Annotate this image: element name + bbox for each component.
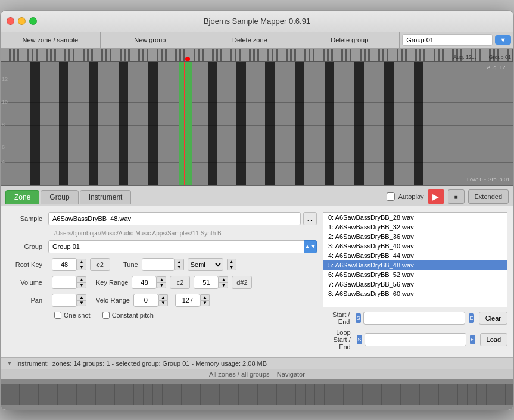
volume-up[interactable]: ▲ [77,276,86,282]
active-zone-bar [179,62,192,185]
end-icon[interactable]: E [469,313,474,323]
group-select-wrapper: ▲▼ [48,240,317,253]
key-range-lo-down[interactable]: ▼ [157,282,166,288]
clear-button[interactable]: Clear [479,312,507,325]
zone-bar-14 [414,62,423,185]
key-range-hi-input[interactable] [194,276,219,289]
zone-bar-9 [265,62,275,185]
velo-hi-spinner: ▲ ▼ [200,294,210,306]
group-name-input[interactable]: Group 01 [402,34,493,46]
tab-zone[interactable]: Zone [5,190,39,204]
velo-hi-up[interactable]: ▲ [200,294,210,300]
key-range-lo-input[interactable] [132,276,157,289]
zone-bar-8 [236,62,246,185]
tune-unit-down[interactable]: ▼ [227,265,236,270]
grid-area: 12 10 8 6 4 Low: 0 - Group 01 Aug. [1,62,513,185]
load-button[interactable]: Load [480,333,507,346]
playhead [184,62,185,185]
sample-list-item[interactable]: 7: A6SawBassDryBB_56.wav [323,279,507,289]
velo-lo-up[interactable]: ▲ [158,294,168,300]
loop-end-icon[interactable]: E [470,335,475,344]
tune-spinner: ▲ ▼ [175,259,184,270]
key-range-hi-note: d#2 [232,276,252,289]
play-button[interactable]: ▶ [428,189,444,204]
volume-input-group: ▲ ▼ [52,276,86,289]
new-zone-button[interactable]: New zone / sample [1,32,101,48]
sample-list-item[interactable]: 1: A6SawBassDryBB_32.wav [323,222,507,232]
key-range-lo-up[interactable]: ▲ [157,276,166,282]
sample-list-item[interactable]: 2: A6SawBassDryBB_36.wav [323,232,507,241]
new-group-button[interactable]: New group [101,32,201,48]
autoplay-label: Autoplay [398,193,424,200]
volume-keyrange-row: Volume ▲ ▼ Key Range ▲ ▼ c2 [7,276,317,289]
root-key-down[interactable]: ▼ [77,265,86,270]
velo-lo-input[interactable] [133,294,158,307]
pan-down[interactable]: ▼ [77,300,86,306]
window-title: Bjoerns Sample Mapper 0.6.91 [204,17,310,26]
volume-down[interactable]: ▼ [77,282,86,288]
navigator-content [1,384,513,405]
note-label-6: 6 [2,144,5,150]
velo-lo-down[interactable]: ▼ [158,300,168,306]
sample-list-item[interactable]: 6: A6SawBassDryBB_52.wav [323,270,507,279]
tab-group[interactable]: Group [41,190,78,204]
key-range-hi-down[interactable]: ▼ [219,282,228,288]
navigator-area[interactable] [1,379,513,410]
main-window: Bjoerns Sample Mapper 0.6.91 New zone / … [0,10,514,410]
left-panel: Sample ... /Users/bjornbojar/Music/Audio… [7,212,317,354]
sample-input[interactable] [48,212,301,225]
zone-bar-3 [89,62,98,185]
velo-hi-input[interactable] [175,294,200,307]
sample-label: Sample [7,215,48,222]
main-content: Sample ... /Users/bjornbojar/Music/Audio… [1,206,513,357]
maximize-button[interactable] [29,17,37,25]
close-button[interactable] [7,17,14,25]
tune-down[interactable]: ▼ [175,265,184,270]
delete-zone-button[interactable]: Delete zone [200,32,300,48]
navigator-label: All zones / all groups – Navigator [209,371,305,378]
minimize-button[interactable] [18,17,26,25]
start-end-row: Start / End S E Clear [323,311,507,325]
sample-list-item[interactable]: 0: A6SawBassDryBB_28.wav [323,213,507,222]
sample-list-item[interactable]: 4: A6SawBassDryBB_44.wav [323,251,507,260]
tabs-right-controls: Autoplay ▶ ■ Extended [387,189,509,204]
pan-input-group: ▲ ▼ [52,294,86,307]
delete-group-button[interactable]: Delete group [300,32,400,48]
zones-info: zones: 14 groups: 1 - selected group: Gr… [52,360,267,367]
start-icon[interactable]: S [356,313,361,323]
loop-start-value-input[interactable] [365,333,466,346]
stop-button[interactable]: ■ [448,189,465,204]
sample-list-item[interactable]: 8: A6SawBassDryBB_60.wav [323,289,507,298]
grid-h3 [1,125,513,126]
tune-unit-up[interactable]: ▲ [227,259,236,265]
tune-input[interactable] [142,258,175,271]
sample-list-item[interactable]: 3: A6SawBassDryBB_40.wav [323,241,507,251]
volume-input[interactable] [52,276,77,289]
sample-list-item[interactable]: 5: A6SawBassDryBB_48.wav [323,260,507,270]
pan-up[interactable]: ▲ [77,294,86,300]
pan-input[interactable] [52,294,77,307]
root-key-up[interactable]: ▲ [77,259,86,265]
velo-hi-down[interactable]: ▼ [200,300,210,306]
browse-button[interactable]: ... [303,212,317,225]
one-shot-checkbox[interactable] [54,312,61,319]
extended-button[interactable]: Extended [468,189,509,204]
start-value-input[interactable] [363,312,465,325]
tune-unit-select[interactable]: Semi Cent [188,258,223,271]
root-key-input-group: ▲ ▼ [52,258,86,271]
group-select-arrow[interactable]: ▲▼ [304,240,317,253]
toolbar: New zone / sample New group Delete zone … [1,32,513,49]
tab-instrument[interactable]: Instrument [80,190,132,204]
tune-up[interactable]: ▲ [175,259,184,265]
group-select-input[interactable] [48,240,317,253]
group-dropdown-button[interactable]: ▼ [495,35,511,45]
checkboxes-row: One shot Constant pitch [54,312,317,319]
root-key-input[interactable] [52,258,77,271]
autoplay-checkbox[interactable] [387,192,395,201]
key-range-hi-up[interactable]: ▲ [219,276,228,282]
loop-start-icon[interactable]: S [357,335,362,344]
piano-roll[interactable]: Aug. 12... Group 01 12 10 8 6 4 [1,49,513,186]
sample-row: Sample ... [7,212,317,225]
constant-pitch-checkbox[interactable] [102,312,110,319]
sample-list[interactable]: 0: A6SawBassDryBB_28.wav1: A6SawBassDryB… [323,212,507,307]
